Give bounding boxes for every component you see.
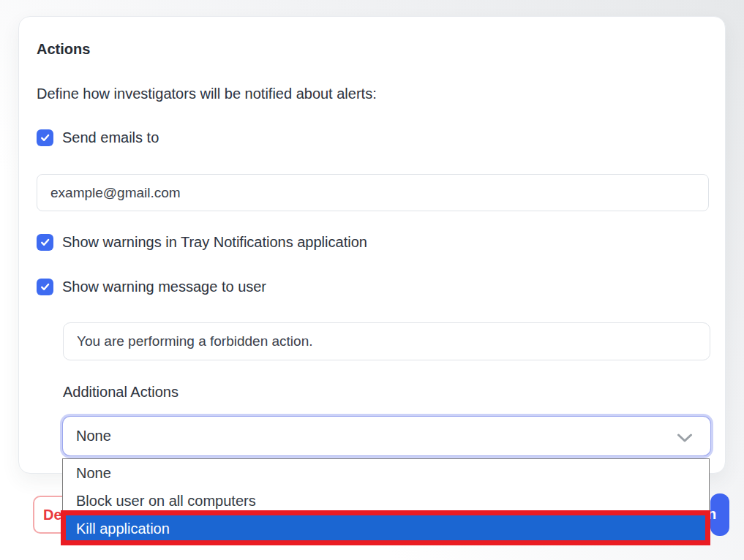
email-field[interactable] — [37, 174, 709, 211]
send-emails-label: Send emails to — [62, 129, 159, 146]
checkmark-icon — [39, 132, 51, 144]
page-title: Actions — [37, 41, 90, 58]
tray-warnings-label: Show warnings in Tray Notifications appl… — [62, 233, 367, 251]
additional-actions-dropdown: None Block user on all computers Kill ap… — [62, 458, 710, 543]
additional-actions-select[interactable]: None — [63, 417, 710, 455]
warning-message-label: Show warning message to user — [62, 278, 266, 295]
primary-button-label: n — [710, 506, 716, 523]
panel-description: Define how investigators will be notifie… — [37, 86, 377, 102]
warning-message-field[interactable] — [63, 322, 710, 360]
primary-action-button[interactable]: n — [710, 493, 729, 536]
checkmark-icon — [39, 281, 51, 293]
send-emails-checkbox[interactable] — [37, 129, 53, 146]
checkmark-icon — [39, 236, 51, 249]
additional-actions-label: Additional Actions — [63, 384, 179, 401]
selected-option-value: None — [76, 428, 111, 444]
tray-warnings-checkbox[interactable] — [37, 234, 53, 251]
actions-panel: Actions Define how investigators will be… — [18, 16, 726, 474]
dropdown-option-kill-application[interactable]: Kill application — [63, 515, 709, 542]
chevron-down-icon — [677, 432, 693, 445]
dropdown-option-block-user[interactable]: Block user on all computers — [63, 487, 709, 515]
dropdown-option-none[interactable]: None — [63, 459, 709, 487]
warning-message-checkbox[interactable] — [37, 279, 53, 295]
checkbox-row-send-emails: Send emails to — [37, 129, 159, 146]
checkbox-row-tray-warnings: Show warnings in Tray Notifications appl… — [37, 233, 367, 251]
checkbox-row-warning-message: Show warning message to user — [37, 278, 266, 295]
